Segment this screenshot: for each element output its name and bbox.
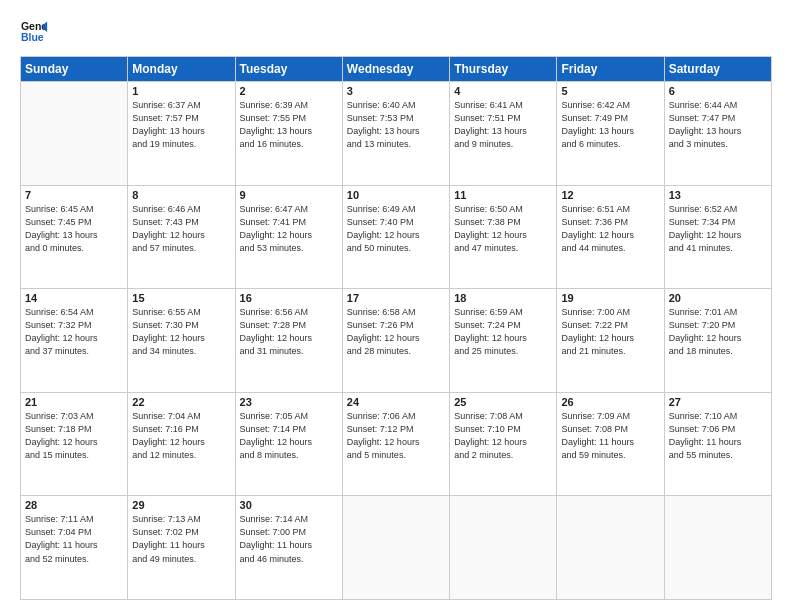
day-cell: 20Sunrise: 7:01 AM Sunset: 7:20 PM Dayli… — [664, 289, 771, 393]
day-info: Sunrise: 6:45 AM Sunset: 7:45 PM Dayligh… — [25, 203, 123, 255]
day-info: Sunrise: 6:49 AM Sunset: 7:40 PM Dayligh… — [347, 203, 445, 255]
logo-icon: General Blue — [20, 18, 48, 46]
week-row-5: 28Sunrise: 7:11 AM Sunset: 7:04 PM Dayli… — [21, 496, 772, 600]
day-cell: 25Sunrise: 7:08 AM Sunset: 7:10 PM Dayli… — [450, 392, 557, 496]
day-cell: 9Sunrise: 6:47 AM Sunset: 7:41 PM Daylig… — [235, 185, 342, 289]
day-cell: 21Sunrise: 7:03 AM Sunset: 7:18 PM Dayli… — [21, 392, 128, 496]
day-number: 8 — [132, 189, 230, 201]
day-number: 28 — [25, 499, 123, 511]
day-info: Sunrise: 7:05 AM Sunset: 7:14 PM Dayligh… — [240, 410, 338, 462]
day-info: Sunrise: 7:00 AM Sunset: 7:22 PM Dayligh… — [561, 306, 659, 358]
day-cell: 6Sunrise: 6:44 AM Sunset: 7:47 PM Daylig… — [664, 82, 771, 186]
day-cell: 2Sunrise: 6:39 AM Sunset: 7:55 PM Daylig… — [235, 82, 342, 186]
day-cell: 12Sunrise: 6:51 AM Sunset: 7:36 PM Dayli… — [557, 185, 664, 289]
day-number: 23 — [240, 396, 338, 408]
day-info: Sunrise: 6:37 AM Sunset: 7:57 PM Dayligh… — [132, 99, 230, 151]
day-info: Sunrise: 6:44 AM Sunset: 7:47 PM Dayligh… — [669, 99, 767, 151]
day-info: Sunrise: 6:51 AM Sunset: 7:36 PM Dayligh… — [561, 203, 659, 255]
day-cell — [664, 496, 771, 600]
day-number: 14 — [25, 292, 123, 304]
day-number: 18 — [454, 292, 552, 304]
day-info: Sunrise: 6:52 AM Sunset: 7:34 PM Dayligh… — [669, 203, 767, 255]
day-cell: 30Sunrise: 7:14 AM Sunset: 7:00 PM Dayli… — [235, 496, 342, 600]
day-number: 11 — [454, 189, 552, 201]
day-cell — [21, 82, 128, 186]
day-info: Sunrise: 6:39 AM Sunset: 7:55 PM Dayligh… — [240, 99, 338, 151]
day-number: 30 — [240, 499, 338, 511]
day-info: Sunrise: 6:40 AM Sunset: 7:53 PM Dayligh… — [347, 99, 445, 151]
day-number: 25 — [454, 396, 552, 408]
day-cell: 14Sunrise: 6:54 AM Sunset: 7:32 PM Dayli… — [21, 289, 128, 393]
page: General Blue SundayMondayTuesdayWednesda… — [0, 0, 792, 612]
day-info: Sunrise: 7:09 AM Sunset: 7:08 PM Dayligh… — [561, 410, 659, 462]
day-info: Sunrise: 7:08 AM Sunset: 7:10 PM Dayligh… — [454, 410, 552, 462]
day-number: 3 — [347, 85, 445, 97]
day-cell: 29Sunrise: 7:13 AM Sunset: 7:02 PM Dayli… — [128, 496, 235, 600]
day-info: Sunrise: 6:54 AM Sunset: 7:32 PM Dayligh… — [25, 306, 123, 358]
day-cell: 7Sunrise: 6:45 AM Sunset: 7:45 PM Daylig… — [21, 185, 128, 289]
day-cell: 1Sunrise: 6:37 AM Sunset: 7:57 PM Daylig… — [128, 82, 235, 186]
day-info: Sunrise: 6:50 AM Sunset: 7:38 PM Dayligh… — [454, 203, 552, 255]
day-cell — [342, 496, 449, 600]
day-cell: 24Sunrise: 7:06 AM Sunset: 7:12 PM Dayli… — [342, 392, 449, 496]
day-info: Sunrise: 7:03 AM Sunset: 7:18 PM Dayligh… — [25, 410, 123, 462]
day-cell: 22Sunrise: 7:04 AM Sunset: 7:16 PM Dayli… — [128, 392, 235, 496]
day-cell — [450, 496, 557, 600]
weekday-header-thursday: Thursday — [450, 57, 557, 82]
day-cell: 5Sunrise: 6:42 AM Sunset: 7:49 PM Daylig… — [557, 82, 664, 186]
day-info: Sunrise: 7:06 AM Sunset: 7:12 PM Dayligh… — [347, 410, 445, 462]
day-info: Sunrise: 7:04 AM Sunset: 7:16 PM Dayligh… — [132, 410, 230, 462]
day-cell: 18Sunrise: 6:59 AM Sunset: 7:24 PM Dayli… — [450, 289, 557, 393]
day-cell: 10Sunrise: 6:49 AM Sunset: 7:40 PM Dayli… — [342, 185, 449, 289]
day-number: 12 — [561, 189, 659, 201]
day-number: 22 — [132, 396, 230, 408]
day-info: Sunrise: 7:01 AM Sunset: 7:20 PM Dayligh… — [669, 306, 767, 358]
day-info: Sunrise: 6:41 AM Sunset: 7:51 PM Dayligh… — [454, 99, 552, 151]
day-cell: 19Sunrise: 7:00 AM Sunset: 7:22 PM Dayli… — [557, 289, 664, 393]
day-number: 24 — [347, 396, 445, 408]
day-info: Sunrise: 6:58 AM Sunset: 7:26 PM Dayligh… — [347, 306, 445, 358]
weekday-header-monday: Monday — [128, 57, 235, 82]
day-number: 27 — [669, 396, 767, 408]
day-cell: 15Sunrise: 6:55 AM Sunset: 7:30 PM Dayli… — [128, 289, 235, 393]
day-number: 21 — [25, 396, 123, 408]
day-number: 15 — [132, 292, 230, 304]
day-number: 19 — [561, 292, 659, 304]
day-cell: 17Sunrise: 6:58 AM Sunset: 7:26 PM Dayli… — [342, 289, 449, 393]
week-row-1: 1Sunrise: 6:37 AM Sunset: 7:57 PM Daylig… — [21, 82, 772, 186]
day-number: 4 — [454, 85, 552, 97]
day-info: Sunrise: 7:13 AM Sunset: 7:02 PM Dayligh… — [132, 513, 230, 565]
day-info: Sunrise: 6:59 AM Sunset: 7:24 PM Dayligh… — [454, 306, 552, 358]
day-cell — [557, 496, 664, 600]
weekday-header-wednesday: Wednesday — [342, 57, 449, 82]
day-number: 20 — [669, 292, 767, 304]
day-info: Sunrise: 7:10 AM Sunset: 7:06 PM Dayligh… — [669, 410, 767, 462]
day-number: 17 — [347, 292, 445, 304]
weekday-header-row: SundayMondayTuesdayWednesdayThursdayFrid… — [21, 57, 772, 82]
day-cell: 4Sunrise: 6:41 AM Sunset: 7:51 PM Daylig… — [450, 82, 557, 186]
day-number: 5 — [561, 85, 659, 97]
day-info: Sunrise: 6:56 AM Sunset: 7:28 PM Dayligh… — [240, 306, 338, 358]
day-number: 29 — [132, 499, 230, 511]
day-number: 13 — [669, 189, 767, 201]
day-info: Sunrise: 6:46 AM Sunset: 7:43 PM Dayligh… — [132, 203, 230, 255]
day-info: Sunrise: 6:42 AM Sunset: 7:49 PM Dayligh… — [561, 99, 659, 151]
day-cell: 27Sunrise: 7:10 AM Sunset: 7:06 PM Dayli… — [664, 392, 771, 496]
day-number: 26 — [561, 396, 659, 408]
day-info: Sunrise: 7:11 AM Sunset: 7:04 PM Dayligh… — [25, 513, 123, 565]
logo: General Blue — [20, 18, 48, 46]
day-cell: 13Sunrise: 6:52 AM Sunset: 7:34 PM Dayli… — [664, 185, 771, 289]
day-cell: 3Sunrise: 6:40 AM Sunset: 7:53 PM Daylig… — [342, 82, 449, 186]
week-row-2: 7Sunrise: 6:45 AM Sunset: 7:45 PM Daylig… — [21, 185, 772, 289]
day-number: 7 — [25, 189, 123, 201]
day-info: Sunrise: 7:14 AM Sunset: 7:00 PM Dayligh… — [240, 513, 338, 565]
day-number: 6 — [669, 85, 767, 97]
day-info: Sunrise: 6:55 AM Sunset: 7:30 PM Dayligh… — [132, 306, 230, 358]
day-cell: 8Sunrise: 6:46 AM Sunset: 7:43 PM Daylig… — [128, 185, 235, 289]
weekday-header-friday: Friday — [557, 57, 664, 82]
day-cell: 26Sunrise: 7:09 AM Sunset: 7:08 PM Dayli… — [557, 392, 664, 496]
weekday-header-saturday: Saturday — [664, 57, 771, 82]
day-number: 9 — [240, 189, 338, 201]
day-cell: 23Sunrise: 7:05 AM Sunset: 7:14 PM Dayli… — [235, 392, 342, 496]
week-row-4: 21Sunrise: 7:03 AM Sunset: 7:18 PM Dayli… — [21, 392, 772, 496]
